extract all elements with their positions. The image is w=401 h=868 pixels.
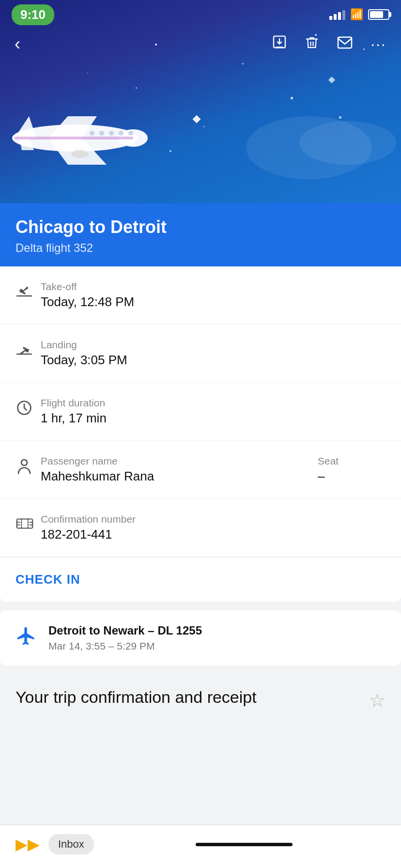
download-icon[interactable] — [272, 35, 287, 54]
checkin-section: CHECK IN — [0, 557, 401, 602]
svg-point-17 — [21, 460, 27, 465]
flight-route-title: Chicago to Detroit — [15, 217, 386, 237]
delete-icon[interactable] — [305, 35, 319, 54]
duration-content: Flight duration 1 hr, 17 min — [41, 397, 386, 426]
landing-icon — [15, 341, 41, 358]
seat-value: – — [318, 469, 386, 484]
svg-point-6 — [90, 131, 94, 136]
next-flight-section: Detroit to Newark – DL 1255 Mar 14, 3:55… — [0, 610, 401, 666]
checkin-button[interactable]: CHECK IN — [15, 572, 80, 587]
toolbar: ‹ — [0, 34, 401, 54]
mail-icon[interactable] — [337, 36, 353, 53]
svg-point-7 — [99, 131, 104, 136]
battery-icon — [368, 9, 389, 20]
svg-rect-12 — [15, 137, 133, 140]
next-flight-card[interactable]: Detroit to Newark – DL 1255 Mar 14, 3:55… — [0, 610, 401, 666]
airplane-graphic — [0, 102, 155, 174]
svg-point-8 — [109, 131, 114, 136]
next-flight-title: Detroit to Newark – DL 1255 — [48, 624, 202, 637]
star-icon[interactable]: ☆ — [369, 690, 386, 711]
back-button[interactable]: ‹ — [15, 34, 20, 54]
confirmation-content: Confirmation number 182-201-441 — [41, 513, 386, 542]
takeoff-icon — [15, 283, 41, 300]
svg-point-10 — [128, 131, 133, 136]
landing-value: Today, 3:05 PM — [41, 353, 386, 368]
signal-icon — [329, 9, 345, 20]
hero-banner: ‹ — [0, 0, 401, 203]
passenger-content: Passenger name Maheshkumar Rana — [41, 455, 318, 484]
home-indicator — [196, 843, 293, 846]
clock-icon — [15, 399, 41, 417]
svg-rect-18 — [17, 519, 33, 528]
flight-number: Delta flight 352 — [15, 241, 386, 255]
takeoff-row: Take-off Today, 12:48 PM — [0, 266, 401, 325]
bottom-section: Your trip confirmation and receipt ☆ — [0, 674, 401, 716]
ticket-icon — [15, 515, 41, 532]
more-options-icon[interactable]: ··· — [370, 35, 386, 53]
svg-rect-15 — [338, 37, 352, 47]
wifi-icon: 📶 — [350, 8, 363, 21]
next-flight-info: Detroit to Newark – DL 1255 Mar 14, 3:55… — [48, 624, 202, 652]
flight-icon — [15, 625, 37, 651]
svg-point-11 — [71, 150, 89, 158]
status-icons: 📶 — [329, 8, 389, 21]
bottom-bar: ▶▶ Inbox — [0, 825, 401, 868]
passenger-icon — [15, 457, 41, 477]
confirmation-value: 182-201-441 — [41, 527, 386, 542]
passenger-label: Passenger name — [41, 455, 318, 467]
takeoff-label: Take-off — [41, 281, 386, 293]
passenger-row: Passenger name Maheshkumar Rana Seat – — [0, 441, 401, 498]
flight-title-section: Chicago to Detroit Delta flight 352 — [0, 203, 401, 266]
inbox-arrow-icon: ▶▶ — [15, 835, 40, 853]
svg-point-9 — [119, 131, 123, 136]
toolbar-actions: ··· — [272, 35, 386, 54]
next-flight-subtitle: Mar 14, 3:55 – 5:29 PM — [48, 640, 202, 652]
confirmation-row: Confirmation number 182-201-441 — [0, 498, 401, 557]
inbox-badge[interactable]: Inbox — [48, 834, 94, 854]
takeoff-value: Today, 12:48 PM — [41, 294, 386, 310]
duration-label: Flight duration — [41, 397, 386, 409]
svg-marker-2 — [15, 116, 36, 138]
status-time: 9:10 — [12, 4, 54, 25]
duration-value: 1 hr, 17 min — [41, 411, 386, 426]
landing-row: Landing Today, 3:05 PM — [0, 325, 401, 383]
home-indicator-area — [103, 843, 386, 846]
takeoff-content: Take-off Today, 12:48 PM — [41, 281, 386, 310]
seat-content: Seat – — [318, 455, 386, 484]
confirmation-label: Confirmation number — [41, 513, 386, 525]
passenger-value: Maheshkumar Rana — [41, 469, 318, 484]
status-bar: 9:10 📶 — [0, 0, 401, 29]
flight-detail-card: Take-off Today, 12:48 PM Landing Today, … — [0, 266, 401, 602]
landing-content: Landing Today, 3:05 PM — [41, 339, 386, 368]
seat-label: Seat — [318, 455, 386, 467]
landing-label: Landing — [41, 339, 386, 351]
trip-confirmation-title: Your trip confirmation and receipt — [15, 688, 257, 707]
duration-row: Flight duration 1 hr, 17 min — [0, 383, 401, 441]
